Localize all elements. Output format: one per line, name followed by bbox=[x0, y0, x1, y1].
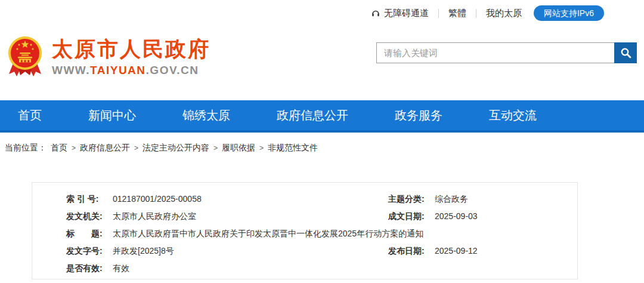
breadcrumb-separator: > bbox=[259, 144, 264, 152]
issuing-agency-value: 太原市人民政府办公室 bbox=[113, 211, 196, 222]
document-info-panel: 索 引 号: 012187001/2025-00058 主题分类: 综合政务 发… bbox=[32, 182, 578, 279]
breadcrumb: 当前位置： 首页 > 政府信息公开 > 法定主动公开内容 > 履职依据 > 非规… bbox=[5, 143, 318, 153]
url-domain: TAIYUAN bbox=[90, 64, 146, 76]
accessibility-link[interactable]: 无障碍通道 bbox=[371, 8, 429, 19]
nav-item-news-center[interactable]: 新闻中心 bbox=[88, 107, 136, 124]
ipv6-support-badge[interactable]: 网站支持IPv6 bbox=[534, 5, 604, 21]
search-button[interactable] bbox=[614, 42, 637, 63]
nav-item-jinxiu-taiyuan[interactable]: 锦绣太原 bbox=[182, 107, 230, 124]
site-logo[interactable]: 太原市人民政府 WWW.TAIYUAN.GOV.CN bbox=[7, 35, 210, 79]
document-number-value: 并政发[2025]8号 bbox=[113, 246, 174, 257]
traditional-chinese-link[interactable]: 繁體 bbox=[448, 8, 466, 19]
info-row-title: 标 题: 太原市人民政府晋中市人民政府关于印发太原晋中一体化发展2025年行动方… bbox=[66, 225, 577, 242]
index-number-value: 012187001/2025-00058 bbox=[113, 194, 202, 204]
nav-item-gov-services[interactable]: 政务服务 bbox=[395, 107, 442, 124]
search-icon bbox=[620, 47, 632, 59]
site-url: WWW.TAIYUAN.GOV.CN bbox=[52, 64, 210, 77]
breadcrumb-item-gov-info[interactable]: 政府信息公开 bbox=[80, 143, 130, 153]
url-suffix: .GOV.CN bbox=[146, 64, 199, 76]
main-nav: 首页 新闻中心 锦绣太原 政府信息公开 政务服务 互动交流 bbox=[0, 100, 644, 133]
breadcrumb-separator: > bbox=[72, 144, 76, 152]
info-row-issuing-agency: 发文机关: 太原市人民政府办公室 成文日期: 2025-09-03 bbox=[66, 208, 577, 225]
headphones-icon bbox=[371, 8, 380, 18]
search-bar bbox=[376, 42, 637, 63]
written-date-value: 2025-09-03 bbox=[435, 211, 478, 221]
breadcrumb-item-non-normative-docs[interactable]: 非规范性文件 bbox=[268, 143, 318, 153]
site-title: 太原市人民政府 bbox=[52, 38, 210, 60]
breadcrumb-item-statutory-disclosure[interactable]: 法定主动公开内容 bbox=[143, 143, 209, 153]
nav-item-interaction[interactable]: 互动交流 bbox=[489, 107, 537, 124]
my-taiyuan-link[interactable]: 我的太原 bbox=[486, 8, 522, 19]
top-utility-bar: 无障碍通道 繁體 我的太原 网站支持IPv6 bbox=[371, 5, 604, 21]
breadcrumb-item-home[interactable]: 首页 bbox=[51, 143, 67, 153]
divider bbox=[476, 9, 476, 18]
national-emblem-icon bbox=[7, 35, 43, 79]
breadcrumb-prefix: 当前位置： bbox=[5, 143, 47, 153]
topic-category-value: 综合政务 bbox=[435, 194, 468, 205]
validity-value: 有效 bbox=[113, 263, 129, 274]
topic-category-label: 主题分类: bbox=[388, 194, 431, 205]
validity-label: 是否有效: bbox=[66, 263, 109, 274]
url-prefix: WWW. bbox=[52, 64, 90, 76]
issuing-agency-label: 发文机关: bbox=[66, 211, 109, 222]
divider bbox=[438, 9, 439, 18]
nav-item-home[interactable]: 首页 bbox=[18, 107, 42, 124]
search-input[interactable] bbox=[376, 42, 614, 63]
breadcrumb-item-duty-basis[interactable]: 履职依据 bbox=[222, 143, 255, 153]
logo-text: 太原市人民政府 WWW.TAIYUAN.GOV.CN bbox=[52, 35, 210, 77]
document-title-label: 标 题: bbox=[66, 229, 109, 239]
publish-date-label: 发布日期: bbox=[388, 246, 431, 257]
accessibility-label: 无障碍通道 bbox=[384, 8, 429, 19]
publish-date-value: 2025-09-12 bbox=[435, 246, 478, 256]
info-row-index-number: 索 引 号: 012187001/2025-00058 主题分类: 综合政务 bbox=[66, 190, 577, 208]
document-number-label: 发文字号: bbox=[66, 246, 109, 257]
written-date-label: 成文日期: bbox=[388, 211, 431, 222]
breadcrumb-separator: > bbox=[213, 144, 218, 152]
nav-item-gov-info-disclosure[interactable]: 政府信息公开 bbox=[277, 107, 348, 124]
document-title-value: 太原市人民政府晋中市人民政府关于印发太原晋中一体化发展2025年行动方案的通知 bbox=[113, 229, 423, 239]
breadcrumb-separator: > bbox=[134, 144, 138, 152]
info-row-document-number: 发文字号: 并政发[2025]8号 发布日期: 2025-09-12 bbox=[66, 242, 577, 260]
info-row-validity: 是否有效: 有效 bbox=[66, 260, 577, 277]
index-number-label: 索 引 号: bbox=[66, 194, 109, 205]
